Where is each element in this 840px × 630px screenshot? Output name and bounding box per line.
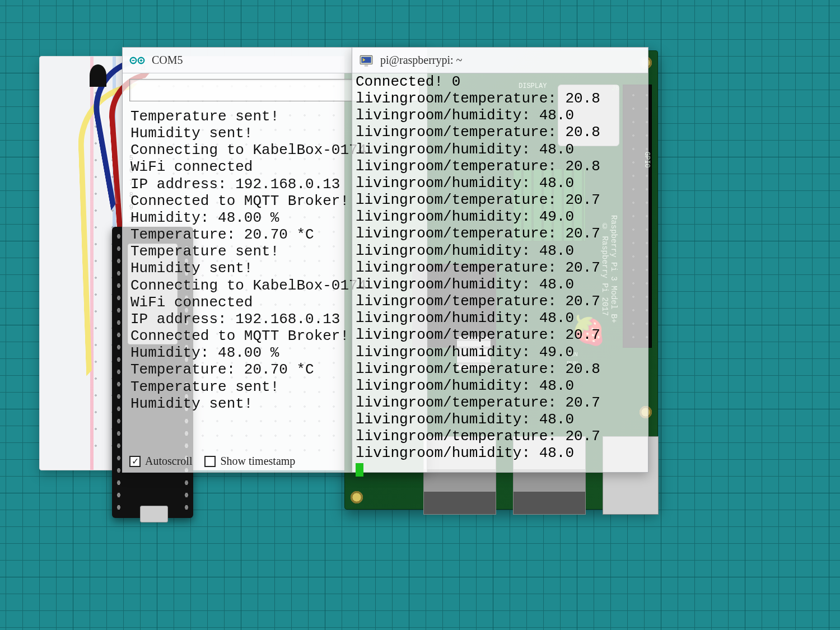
terminal-output-line: livingroom/temperature: 20.8	[356, 90, 645, 107]
terminal-output-line: livingroom/humidity: 48.0	[356, 276, 645, 293]
terminal-output-line: livingroom/temperature: 20.7	[356, 225, 645, 242]
terminal-output-line: livingroom/temperature: 20.8	[356, 361, 645, 377]
terminal-output-line: livingroom/temperature: 20.7	[356, 326, 645, 343]
terminal-output-line: livingroom/temperature: 20.7	[356, 394, 645, 411]
terminal-output-line: livingroom/temperature: 20.7	[356, 293, 645, 310]
arduino-icon	[129, 53, 145, 68]
terminal-output-line: livingroom/humidity: 48.0	[356, 175, 645, 192]
checkbox-icon	[129, 456, 141, 467]
svg-rect-6	[361, 57, 371, 63]
autoscroll-label: Autoscroll	[145, 455, 192, 468]
terminal-output-line: livingroom/temperature: 20.7	[356, 428, 645, 445]
terminal-window-titlebar[interactable]: pi@raspberrypi: ~	[352, 48, 648, 73]
serial-monitor-footer: Autoscroll Show timestamp	[129, 455, 295, 468]
svg-rect-7	[365, 64, 368, 66]
terminal-output-line: Connected! 0	[356, 73, 645, 90]
terminal-output-line: livingroom/temperature: 20.8	[356, 158, 645, 175]
terminal-output-line: livingroom/humidity: 48.0	[356, 377, 645, 394]
terminal-output-line: livingroom/temperature: 20.8	[356, 124, 645, 141]
terminal-output-line: livingroom/temperature: 20.7	[356, 259, 645, 276]
terminal-output-line: livingroom/humidity: 48.0	[356, 107, 645, 124]
terminal-output-line: livingroom/humidity: 48.0	[356, 242, 645, 259]
terminal-output-line: livingroom/humidity: 48.0	[356, 411, 645, 428]
terminal-output-line: livingroom/humidity: 48.0	[356, 310, 645, 326]
show-timestamp-label: Show timestamp	[220, 455, 295, 468]
ssh-terminal-window: pi@raspberrypi: ~ Connected! 0livingroom…	[352, 47, 648, 473]
checkbox-icon	[204, 456, 216, 467]
putty-icon	[359, 53, 374, 68]
serial-window-title: COM5	[152, 54, 183, 67]
terminal-output-line: livingroom/temperature: 20.7	[356, 192, 645, 208]
terminal-output-line: livingroom/humidity: 49.0	[356, 344, 645, 361]
rpi-mount-hole	[349, 490, 364, 505]
esp-micro-usb-port	[140, 506, 168, 522]
terminal-cursor	[356, 463, 363, 477]
terminal-window-title: pi@raspberrypi: ~	[380, 54, 462, 67]
terminal-output[interactable]: Connected! 0livingroom/temperature: 20.8…	[352, 73, 648, 482]
terminal-output-line: livingroom/humidity: 48.0	[356, 141, 645, 158]
dht-temperature-sensor	[90, 64, 106, 87]
show-timestamp-checkbox[interactable]: Show timestamp	[204, 455, 295, 468]
terminal-output-line: livingroom/humidity: 48.0	[356, 445, 645, 461]
autoscroll-checkbox[interactable]: Autoscroll	[129, 455, 192, 468]
terminal-output-line: livingroom/humidity: 49.0	[356, 208, 645, 225]
